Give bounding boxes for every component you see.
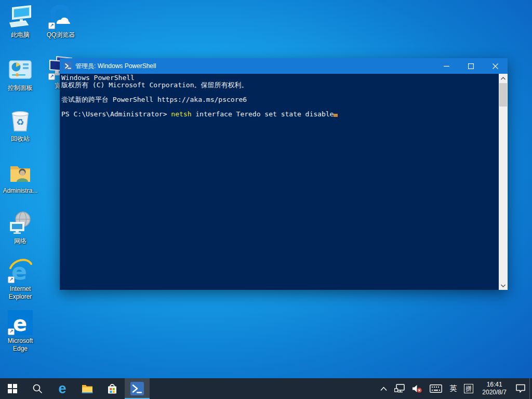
text-cursor (334, 114, 338, 117)
control-panel-icon (8, 57, 33, 82)
internet-explorer-icon: e ↗ (8, 258, 33, 283)
prompt-line: PS C:\Users\Administrator> netsh interfa… (61, 111, 497, 118)
volume-muted-icon (412, 384, 422, 393)
folder-icon (81, 382, 94, 395)
user-folder-icon (8, 160, 33, 185)
console-line (61, 103, 497, 111)
desktop-icon-this-pc[interactable]: 此电脑 (0, 4, 41, 39)
search-button[interactable] (25, 378, 50, 399)
show-desktop-button[interactable] (529, 378, 532, 399)
ime-pinyin-badge: 拼 (464, 384, 473, 393)
touch-keyboard-icon (430, 384, 442, 393)
hidden-icons-button[interactable] (377, 378, 391, 399)
desktop-icon-microsoft-edge[interactable]: e ↗ Microsoft Edge (0, 310, 41, 353)
command-keyword: netsh (171, 110, 191, 118)
console-line: 版权所有 (C) Microsoft Corporation。保留所有权利。 (61, 82, 497, 89)
desktop-icon-label: 网络 (0, 237, 41, 245)
clock-date: 2020/8/7 (482, 389, 507, 396)
ime-mode-button[interactable]: 拼 (460, 378, 477, 399)
powershell-icon (64, 62, 72, 70)
scrollbar[interactable] (499, 74, 508, 290)
network-globe-icon (8, 210, 33, 235)
svg-text:♻: ♻ (16, 117, 24, 127)
clock[interactable]: 16:41 2020/8/7 (477, 378, 512, 399)
console-line: 尝试新的跨平台 PowerShell https://aka.ms/pscore… (61, 96, 497, 103)
desktop-icon-label: Administra... (0, 187, 41, 195)
maximize-button[interactable] (459, 58, 483, 74)
touch-keyboard-button[interactable] (426, 378, 446, 399)
svg-text:e: e (13, 312, 27, 335)
close-button[interactable] (483, 58, 508, 74)
desktop-icon-label: 此电脑 (0, 31, 41, 39)
search-icon (32, 383, 43, 394)
desktop-icon-network[interactable]: 网络 (0, 210, 41, 245)
desktop-icon-label: Microsoft Edge (0, 337, 41, 353)
desktop-icon-label: 回收站 (0, 135, 41, 143)
desktop-icon-administrator-folder[interactable]: Administra... (0, 160, 41, 195)
network-tray-button[interactable] (391, 378, 408, 399)
windows-logo-icon (8, 384, 17, 393)
window-title: 管理员: Windows PowerShell (75, 62, 434, 71)
window-titlebar[interactable]: 管理员: Windows PowerShell (60, 58, 508, 74)
shortcut-arrow-icon: ↗ (48, 22, 55, 29)
taskbar-empty-area (150, 378, 377, 399)
action-center-icon (515, 384, 526, 393)
desktop-icon-label: QQ浏览器 (41, 31, 81, 39)
ime-language-button[interactable]: 英 (446, 378, 460, 399)
taskbar-store-button[interactable] (100, 378, 125, 399)
clock-time: 16:41 (487, 381, 502, 389)
scroll-down-icon[interactable] (499, 281, 508, 290)
desktop-icon-qq-browser[interactable]: ↗ QQ浏览器 (41, 4, 81, 39)
action-center-button[interactable] (512, 378, 529, 399)
console-output: Windows PowerShell 版权所有 (C) Microsoft Co… (61, 74, 497, 118)
shortcut-arrow-icon: ↗ (8, 276, 15, 283)
minimize-button[interactable] (434, 58, 459, 74)
powershell-window: 管理员: Windows PowerShell Windows PowerShe… (60, 58, 508, 290)
taskbar-edge-button[interactable]: e (50, 378, 75, 399)
microsoft-edge-icon: e ↗ (8, 310, 33, 335)
shortcut-arrow-icon: ↗ (8, 328, 15, 335)
recycle-bin-icon: ♻ (8, 108, 33, 133)
desktop-icon-label: 控制面板 (0, 84, 41, 92)
prompt-text: PS C:\Users\Administrator> (61, 110, 171, 118)
store-bag-icon (106, 382, 118, 395)
desktop-icon-label: Internet Explorer (0, 285, 41, 301)
this-pc-icon (8, 4, 33, 29)
console-line (61, 89, 497, 96)
edge-icon: e (58, 382, 66, 396)
taskbar-powershell-button[interactable] (125, 378, 150, 399)
start-button[interactable] (0, 378, 25, 399)
qq-browser-icon: ↗ (48, 4, 73, 29)
scrollbar-thumb[interactable] (499, 83, 507, 107)
desktop: 此电脑 控制面板 ♻ 回收站 (0, 0, 532, 399)
shortcut-arrow-icon: ↗ (48, 73, 55, 80)
scroll-up-icon[interactable] (499, 74, 508, 83)
chevron-up-icon (380, 387, 387, 391)
powershell-console[interactable]: Windows PowerShell 版权所有 (C) Microsoft Co… (60, 74, 508, 290)
console-line: Windows PowerShell (61, 74, 497, 82)
desktop-icon-control-panel[interactable]: 控制面板 (0, 57, 41, 92)
command-text: interface Teredo set state disable (191, 110, 334, 118)
desktop-icon-internet-explorer[interactable]: e ↗ Internet Explorer (0, 258, 41, 301)
volume-tray-button[interactable] (408, 378, 426, 399)
desktop-icon-recycle-bin[interactable]: ♻ 回收站 (0, 108, 41, 143)
taskbar: e (0, 378, 532, 399)
network-icon (394, 384, 405, 393)
taskbar-file-explorer-button[interactable] (75, 378, 100, 399)
powershell-icon (130, 382, 144, 395)
